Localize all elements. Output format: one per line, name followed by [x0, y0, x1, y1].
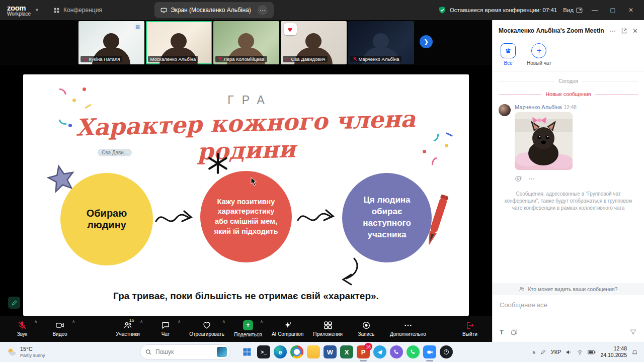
- react-button[interactable]: ∧ Отреагировать: [189, 316, 224, 342]
- start-button[interactable]: [240, 345, 254, 358]
- popout-icon[interactable]: [621, 28, 627, 34]
- tab-screen-share[interactable]: Экран (Москаленко Альбіна) ⋯: [154, 2, 274, 18]
- chat-tab-all[interactable]: Все: [501, 43, 516, 66]
- excel-icon[interactable]: X: [340, 345, 353, 358]
- message-sender[interactable]: Марченко Альбіна: [515, 104, 562, 110]
- plus-icon: +: [531, 43, 546, 58]
- tab-meeting-label: Конференция: [63, 7, 102, 14]
- chrome-icon[interactable]: [290, 345, 303, 358]
- tab-meeting[interactable]: Конференция: [46, 0, 109, 20]
- ai-companion-button[interactable]: AI Companion: [272, 316, 303, 342]
- mouse-cursor: [251, 177, 258, 186]
- weather-icon: [6, 346, 17, 357]
- chat-message-input[interactable]: [500, 301, 637, 309]
- message-more-icon[interactable]: ⋯: [528, 175, 535, 183]
- file-explorer-icon[interactable]: [307, 345, 320, 358]
- whatsapp-icon[interactable]: [407, 345, 420, 358]
- zoom-app-icon[interactable]: [423, 345, 436, 358]
- arrow-doodle: [153, 204, 196, 232]
- muted-mic-icon: [18, 321, 27, 330]
- participant-tile[interactable]: Лера Коломійцева: [213, 21, 279, 64]
- time-remaining-text: Оставшееся время конференции: 07:41: [450, 7, 557, 13]
- chevron-up-icon[interactable]: ∧: [178, 319, 181, 324]
- clock-widget[interactable]: 12:48 24.10.2025: [600, 345, 627, 358]
- new-messages-divider: Новые сообщения: [499, 91, 638, 97]
- chevron-up-icon[interactable]: ∧: [34, 319, 37, 324]
- filter-funnel-icon[interactable]: [629, 328, 637, 336]
- participant-tile[interactable]: Марченко Альбіна: [348, 21, 414, 64]
- chevron-up-icon[interactable]: ∧: [260, 319, 263, 324]
- search-input[interactable]: [155, 348, 213, 355]
- speaker-icon[interactable]: [566, 349, 572, 355]
- chevron-down-icon: ▼: [35, 8, 39, 13]
- taskbar-search[interactable]: [140, 344, 230, 359]
- powerpoint-icon[interactable]: P16: [357, 345, 370, 358]
- participant-tile-active-speaker[interactable]: Москаленко Альбіна: [146, 21, 212, 64]
- terminal-icon[interactable]: >_: [257, 345, 270, 358]
- confetti-decoration: [83, 87, 86, 91]
- edge-icon[interactable]: e: [274, 345, 287, 358]
- participant-tile[interactable]: ▤ Кукіна Наталя: [78, 21, 144, 64]
- record-button[interactable]: Запись: [352, 316, 380, 342]
- chat-bubble-icon: [161, 321, 170, 330]
- apps-button[interactable]: Приложения: [313, 316, 343, 342]
- chat-image-puppy[interactable]: [515, 112, 573, 170]
- chat-button[interactable]: ∧ Чат: [151, 316, 180, 342]
- chevron-up-icon[interactable]: ∧: [222, 319, 225, 324]
- minimize-button[interactable]: —: [589, 7, 601, 14]
- tray-expand-icon[interactable]: ∧: [532, 349, 535, 355]
- search-icon: [145, 349, 152, 355]
- participant-name: Москаленко Альбіна: [150, 56, 196, 62]
- battery-icon[interactable]: [588, 349, 596, 355]
- chat-disclaimer: Сообщения, адресованные в "Групповой чат…: [499, 191, 638, 212]
- audio-button[interactable]: ∧ Звук: [8, 316, 36, 342]
- share-screen-button[interactable]: ∧ Поделиться: [234, 316, 262, 342]
- add-reaction-icon[interactable]: [515, 175, 522, 183]
- view-button[interactable]: Вид: [563, 7, 583, 14]
- close-chat-icon[interactable]: ✕: [632, 27, 638, 35]
- background-logo: ▤: [134, 23, 142, 30]
- language-indicator[interactable]: УКР: [551, 349, 561, 355]
- message-visibility-note[interactable]: Кто может видеть ваши сообщения?: [493, 283, 644, 295]
- maximize-button[interactable]: ▢: [607, 7, 619, 14]
- new-chat-button[interactable]: + Новый чат: [527, 43, 551, 66]
- camera-icon: [55, 321, 64, 330]
- annotation-pencil-icon[interactable]: [8, 297, 20, 309]
- wifi-icon[interactable]: [577, 349, 583, 355]
- text-format-icon[interactable]: T: [500, 328, 504, 336]
- chevron-up-icon[interactable]: ∧: [72, 319, 75, 324]
- screenshot-icon[interactable]: [511, 329, 518, 336]
- participants-count: 16: [129, 318, 134, 323]
- video-strip: ▤ Кукіна Наталя Москаленко Альбіна: [0, 20, 492, 65]
- next-participants-button[interactable]: ❯: [420, 35, 433, 48]
- apps-grid-icon: [324, 321, 333, 330]
- leave-meeting-button[interactable]: Выйти: [456, 316, 484, 342]
- step-circle-1: Обираю людину: [60, 173, 153, 265]
- pen-illustration: [419, 194, 454, 254]
- more-button[interactable]: Дополнительно: [390, 316, 426, 342]
- logo-zoom-text: zoom: [7, 4, 31, 12]
- weather-description: Partly sunny: [20, 353, 45, 358]
- muted-mic-icon: [83, 57, 88, 61]
- search-daily-image[interactable]: [217, 347, 227, 357]
- video-button[interactable]: ∧ Видео: [46, 316, 74, 342]
- chat-more-icon[interactable]: ⋯: [609, 27, 616, 35]
- chevron-up-icon[interactable]: ∧: [140, 319, 143, 324]
- tab-screen-label: Экран (Москаленко Альбіна): [171, 7, 251, 14]
- notification-bell-icon[interactable]: [631, 349, 638, 355]
- avatar: [499, 104, 511, 116]
- participants-button[interactable]: ∧ 16 Участники: [114, 316, 142, 342]
- obs-icon[interactable]: [440, 345, 453, 358]
- word-icon[interactable]: W: [324, 345, 337, 358]
- pen-tray-icon[interactable]: [540, 349, 546, 355]
- windows-taskbar: 15°C Partly sunny >_ e W X P16 ∧: [0, 342, 644, 362]
- message-time: 12:48: [564, 105, 577, 110]
- viber-icon[interactable]: [390, 345, 403, 358]
- close-button[interactable]: ✕: [625, 7, 637, 14]
- participant-tile[interactable]: ♥ Єва Давидович: [281, 21, 347, 64]
- weather-widget[interactable]: 15°C Partly sunny: [6, 346, 82, 357]
- muted-mic-icon: [353, 57, 357, 61]
- zoom-workplace-logo[interactable]: zoom Workplace ▼: [0, 4, 46, 17]
- telegram-icon[interactable]: [373, 345, 386, 358]
- tab-options-icon[interactable]: ⋯: [258, 5, 268, 15]
